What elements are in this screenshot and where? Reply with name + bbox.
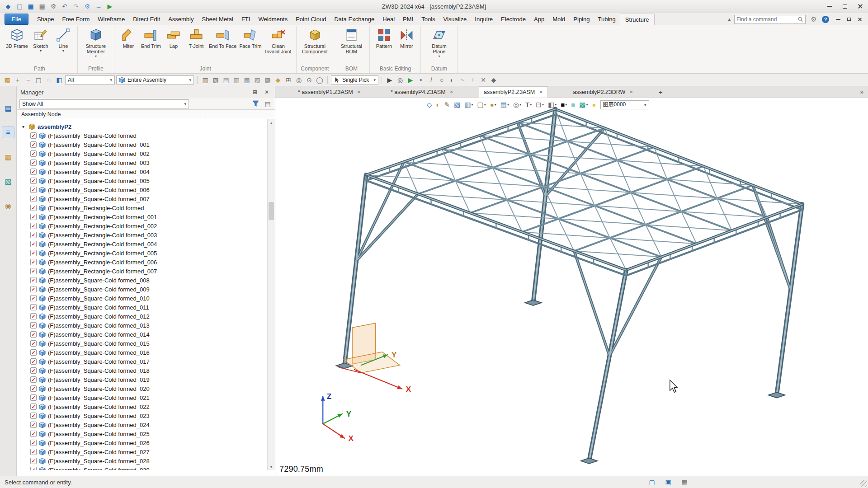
menu-weldments[interactable]: Weldments	[254, 14, 292, 25]
filter-settings-icon[interactable]: ▤	[263, 99, 272, 108]
tree-item[interactable]: ✓ (F)assembly_Square-Cold formed_019	[17, 375, 275, 384]
visibility-checkbox[interactable]: ✓	[30, 132, 37, 139]
search-input[interactable]	[736, 16, 796, 23]
tree-item[interactable]: ✓ (F)assembly_Square-Cold formed_021	[17, 393, 275, 402]
menu-visualize[interactable]: Visualize	[439, 14, 471, 25]
snap-point-icon[interactable]: ⊙	[305, 75, 314, 84]
close-manager-icon[interactable]: ✕	[262, 88, 271, 97]
doc-minimize-button[interactable]	[833, 15, 844, 24]
align-right-icon[interactable]: ▦	[242, 75, 251, 84]
ribbon-button-mirror[interactable]: Mirror ▾	[396, 26, 417, 49]
view-plane-icon[interactable]: ◇ ▾	[427, 101, 432, 109]
save-icon[interactable]: ▦	[26, 2, 35, 11]
ribbon-button-clean-invalid-joint[interactable]: Clean Invalid Joint ▾	[263, 26, 293, 54]
tree-item[interactable]: ✓ (F)assembly_Square-Cold formed_008	[17, 276, 275, 285]
close-tab-icon[interactable]: ✕	[450, 89, 453, 94]
view-orientation-icon[interactable]: ▦ ▾	[500, 101, 509, 109]
section-view-icon[interactable]: ⊟ ▾	[536, 101, 544, 109]
visibility-checkbox[interactable]: ✓	[30, 259, 37, 265]
wireframe-icon[interactable]: ▢ ▾	[477, 101, 486, 109]
tree-item[interactable]: ✓ (F)assembly_Square-Cold formed_029	[17, 465, 275, 470]
distribute-icon[interactable]: ▨	[253, 75, 262, 84]
manager-tab-icon[interactable]: ▤	[2, 103, 14, 113]
snap-endpoint-icon[interactable]: •	[416, 75, 425, 84]
doc-restore-button[interactable]	[844, 15, 854, 24]
align-center-icon[interactable]: ▥	[232, 75, 241, 84]
ribbon-button-lap[interactable]: Lap ▾	[163, 26, 184, 49]
show-filter-dropdown[interactable]: Show All ▾	[19, 99, 189, 108]
ribbon-button-end-trim[interactable]: End Trim ▾	[140, 26, 162, 49]
menu-direct-edit[interactable]: Direct Edit	[129, 14, 164, 25]
annotation-icon[interactable]: T ▾	[525, 101, 532, 108]
tree-item[interactable]: ✓ (F)assembly_Square-Cold formed_022	[17, 402, 275, 411]
tree-item[interactable]: ✓ (F)assembly_Square-Cold formed_015	[17, 339, 275, 348]
close-tab-icon[interactable]: ✕	[539, 89, 542, 94]
visibility-checkbox[interactable]: ✓	[30, 376, 37, 383]
tab-assemblyp4[interactable]: * assemblyP4.Z3ASM ✕	[386, 86, 458, 98]
tree-item[interactable]: ✓ (F)assembly_Rectangle-Cold formed_002	[17, 221, 275, 230]
dropdown-arrow-icon[interactable]: ▾	[438, 54, 440, 58]
visibility-checkbox[interactable]: ✓	[30, 304, 37, 310]
scrollbar-thumb[interactable]	[269, 202, 274, 220]
pick-last-icon[interactable]: ◆	[489, 75, 498, 84]
render-style-icon[interactable]: ● ▾	[490, 101, 496, 108]
visibility-checkbox[interactable]: ✓	[30, 178, 37, 184]
minimize-button[interactable]	[822, 0, 837, 13]
tree-item[interactable]: ✓ (F)assembly_Square-Cold formed_014	[17, 330, 275, 339]
app-menu-icon[interactable]: ◆	[4, 2, 13, 11]
filter-icon[interactable]	[252, 100, 259, 108]
tree-item[interactable]: ✓ (F)assembly_Square-Cold formed_010	[17, 294, 275, 303]
visibility-checkbox[interactable]: ✓	[30, 250, 37, 256]
ribbon-button-end-to-face[interactable]: End To Face ▾	[208, 26, 238, 49]
visibility-checkbox[interactable]: ✓	[30, 467, 37, 470]
visibility-checkbox[interactable]: ✓	[30, 187, 37, 193]
role-icon[interactable]: ◉	[2, 200, 14, 211]
snap-free-icon[interactable]: ◯	[315, 75, 324, 84]
tree-item[interactable]: ✓ (F)assembly_Square-Cold formed_007	[17, 194, 275, 203]
tree-item[interactable]: ✓ (F)assembly_Square-Cold formed_009	[17, 285, 275, 294]
layer-dropdown[interactable]: 图层0000 ▾	[600, 100, 649, 109]
visibility-checkbox[interactable]: ✓	[30, 431, 37, 437]
tree-item[interactable]: ✓ (F)assembly_Square-Cold formed_003	[17, 158, 275, 167]
forward-icon[interactable]: →	[94, 2, 103, 11]
color-filter-icon[interactable]: ▩	[3, 75, 12, 84]
visibility-checkbox[interactable]: ✓	[30, 404, 37, 410]
ribbon-button-miter[interactable]: Miter ▾	[118, 26, 139, 49]
ribbon-button-structural-component[interactable]: Structural Component ▾	[300, 26, 330, 54]
visibility-checkbox[interactable]: ✓	[30, 394, 37, 401]
section-icon[interactable]: ▧	[211, 75, 220, 84]
tab-assemblyp2-drawing[interactable]: assemblyP2.Z3DRW ✕	[569, 86, 638, 98]
tree-item[interactable]: ✓ (F)assembly_Square-Cold formed_020	[17, 384, 275, 393]
collapse-ribbon-icon[interactable]: ▴	[728, 16, 731, 22]
visibility-checkbox[interactable]: ✓	[30, 268, 37, 274]
visibility-checkbox[interactable]: ✓	[30, 196, 37, 202]
ribbon-button-datum-plane[interactable]: Datum Plane ▾	[424, 26, 454, 58]
visibility-checkbox[interactable]: ✓	[30, 331, 37, 338]
tree-item[interactable]: ✓ (F)assembly_Square-Cold formed_028	[17, 456, 275, 465]
tree-item[interactable]: ✓ (F)assembly_Square-Cold formed	[17, 131, 275, 140]
ribbon-button-structure-member[interactable]: Structure Member ▾	[81, 26, 111, 58]
tree-item[interactable]: ✓ (F)assembly_Square-Cold formed_017	[17, 357, 275, 366]
group-icon[interactable]: ▩	[263, 75, 272, 84]
snap-perp-icon[interactable]: ⊥	[468, 75, 477, 84]
close-tab-icon[interactable]: ✕	[629, 89, 633, 94]
remove-select-icon[interactable]: −	[24, 75, 33, 84]
customize-icon[interactable]: ⚙	[83, 2, 92, 11]
visibility-checkbox[interactable]: ✓	[30, 223, 37, 229]
display-mode-icon[interactable]: ▥ ▾	[464, 101, 473, 109]
menu-heal[interactable]: Heal	[378, 14, 399, 25]
visibility-checkbox[interactable]: ✓	[30, 349, 37, 356]
scroll-up-icon[interactable]: ▴	[268, 119, 275, 126]
doc-close-button[interactable]	[854, 15, 865, 24]
key-icon[interactable]: ◆	[274, 75, 283, 84]
tree-item[interactable]: ✓ (F)assembly_Square-Cold formed_004	[17, 167, 275, 176]
visibility-checkbox[interactable]: ✓	[30, 232, 37, 238]
window-select-icon[interactable]: ▢	[34, 75, 43, 84]
menu-fti[interactable]: FTI	[237, 14, 255, 25]
add-select-icon[interactable]: +	[13, 75, 22, 84]
history-icon[interactable]: ▦	[2, 151, 14, 162]
dropdown-arrow-icon[interactable]: ▾	[62, 49, 64, 53]
visibility-checkbox[interactable]: ✓	[30, 313, 37, 319]
menu-app[interactable]: App	[530, 14, 548, 25]
pick-inside-icon[interactable]: ◎	[396, 75, 405, 84]
